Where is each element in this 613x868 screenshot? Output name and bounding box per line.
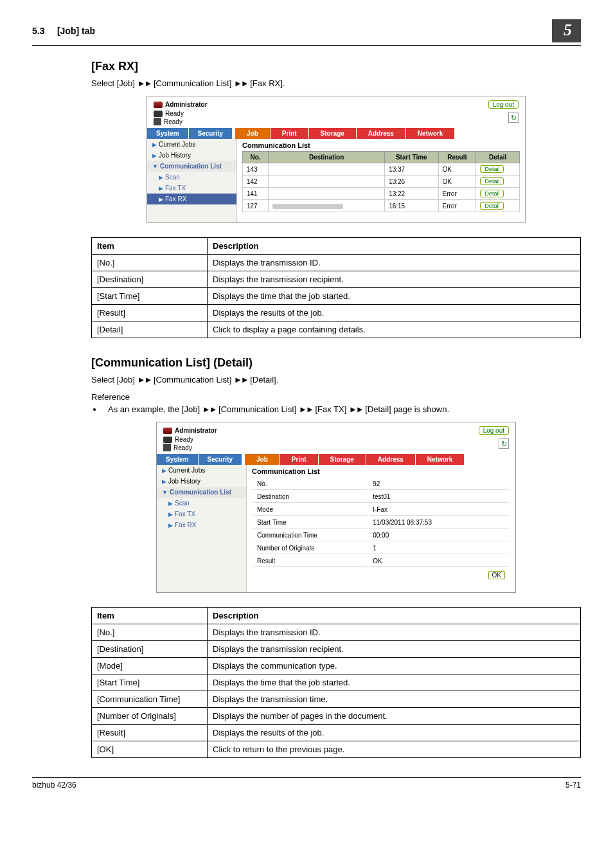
page-number: 5-71 [565, 781, 581, 790]
col-no: No. [243, 152, 269, 163]
table-row: [Result]Displays the results of the job. [92, 725, 581, 741]
col-destination: Destination [269, 152, 385, 163]
redacted-text [272, 204, 343, 209]
nav-system-2[interactable]: System [157, 454, 199, 465]
cell-desc: Displays the results of the job. [208, 725, 581, 741]
detail-button[interactable]: Detail [480, 177, 504, 185]
cell-desc: Displays the results of the job. [208, 305, 581, 321]
ready-status-1: Ready [165, 110, 184, 117]
screenshot-fax-rx: Administrator Log out Ready Ready ↻ Syst… [147, 96, 526, 223]
cell-no: 142 [243, 176, 269, 188]
cell-destination [269, 163, 385, 176]
detail-label: Communication Time [253, 530, 368, 541]
table-row: [OK]Click to return to the previous page… [92, 741, 581, 758]
sidebar-fax-rx[interactable]: ▶Fax RX [147, 194, 236, 204]
desc2-head-item: Item [92, 608, 208, 624]
cell-start-time: 13:22 [385, 188, 438, 200]
detail-button[interactable]: Detail [480, 202, 504, 210]
detail-label: Number of Originals [253, 543, 368, 554]
cell-item: [Detail] [92, 321, 208, 338]
section-number: 5.3 [32, 26, 44, 36]
nav-security-2[interactable]: Security [199, 454, 242, 465]
sidebar-communication-list-2[interactable]: ▼Communication List [157, 487, 246, 498]
table-row: 14113:22ErrorDetail [243, 188, 520, 200]
tab-address[interactable]: Address [356, 128, 405, 139]
table-row: [Destination]Displays the transmission r… [92, 641, 581, 658]
cell-destination [269, 188, 385, 200]
page-header: 5.3 [Job] tab 5 [32, 19, 581, 46]
printer-icon [154, 111, 163, 117]
ready-status-4: Ready [173, 444, 192, 451]
sidebar-fax-tx[interactable]: ▶Fax TX [147, 183, 236, 194]
product-name: bizhub 42/36 [32, 781, 76, 790]
refresh-icon[interactable]: ↻ [508, 113, 519, 123]
tab-network-2[interactable]: Network [415, 454, 464, 465]
table-row: ResultOK [253, 556, 509, 567]
table-row: [Mode]Displays the communication type. [92, 658, 581, 674]
sidebar-scan-2[interactable]: ▶Scan [157, 498, 246, 509]
refresh-icon-2[interactable]: ↻ [499, 439, 509, 449]
logout-button[interactable]: Log out [488, 100, 519, 109]
table-row: Number of Originals1 [253, 543, 509, 554]
cell-destination [269, 200, 385, 212]
fax-rx-intro: Select [Job] ►► [Communication List] ►► … [91, 78, 581, 88]
cell-no: 141 [243, 188, 269, 200]
nav-security[interactable]: Security [189, 128, 233, 139]
desc-table-1: Item Description [No.]Displays the trans… [91, 237, 581, 338]
table-row: 14213:26OKDetail [243, 176, 520, 188]
cell-result: Error [438, 200, 476, 212]
detail-button[interactable]: Detail [480, 165, 504, 173]
sidebar-fax-tx-2[interactable]: ▶Fax TX [157, 509, 246, 520]
table-row: ModeI-Fax [253, 504, 509, 516]
detail-value: 11/03/2011 08:37:53 [369, 517, 509, 529]
cell-desc: Displays the transmission recipient. [208, 641, 581, 658]
sidebar-current-jobs[interactable]: ▶Current Jobs [147, 139, 236, 150]
logout-button-2[interactable]: Log out [479, 426, 509, 435]
nav-system[interactable]: System [147, 128, 189, 139]
table-row: [No.]Displays the transmission ID. [92, 624, 581, 641]
detail-value: 1 [369, 543, 509, 554]
detail-label: Result [253, 556, 368, 567]
tab-address-2[interactable]: Address [366, 454, 415, 465]
desc-table-2: Item Description [No.]Displays the trans… [91, 607, 581, 758]
cell-item: [Start Time] [92, 288, 208, 305]
cell-no: 143 [243, 163, 269, 176]
tab-storage[interactable]: Storage [308, 128, 356, 139]
sidebar-current-jobs-2[interactable]: ▶Current Jobs [157, 465, 246, 476]
detail-value: I-Fax [369, 504, 509, 516]
table-row: No.92 [253, 478, 509, 490]
sidebar-scan[interactable]: ▶Scan [147, 172, 236, 183]
desc2-head-desc: Description [208, 608, 581, 624]
table-row: [No.]Displays the transmission ID. [92, 255, 581, 271]
tab-print[interactable]: Print [270, 128, 308, 139]
table-row: Start Time11/03/2011 08:37:53 [253, 517, 509, 529]
tab-storage-2[interactable]: Storage [318, 454, 366, 465]
detail-value: 92 [369, 478, 509, 490]
cell-item: [Number of Originals] [92, 708, 208, 725]
cell-item: [Destination] [92, 271, 208, 288]
sidebar-job-history-2[interactable]: ▶Job History [157, 476, 246, 487]
table-row: [Number of Originals]Displays the number… [92, 708, 581, 725]
detail-value: 00:00 [369, 530, 509, 541]
cell-start-time: 13:26 [385, 176, 438, 188]
sidebar-fax-rx-2[interactable]: ▶Fax RX [157, 520, 246, 530]
cell-desc: Displays the transmission ID. [208, 255, 581, 271]
sidebar-communication-list[interactable]: ▼Communication List [147, 161, 236, 172]
cell-result: OK [438, 176, 476, 188]
ok-button[interactable]: OK [488, 571, 505, 579]
tab-print-2[interactable]: Print [280, 454, 318, 465]
cell-result: Error [438, 188, 476, 200]
detail-label: Destination [253, 491, 368, 503]
sidebar-job-history[interactable]: ▶Job History [147, 150, 236, 161]
cell-start-time: 13:37 [385, 163, 438, 176]
tab-job[interactable]: Job [235, 128, 270, 139]
comm-list-table: No. Destination Start Time Result Detail… [242, 151, 520, 212]
tab-network[interactable]: Network [405, 128, 454, 139]
tab-job-2[interactable]: Job [245, 454, 280, 465]
cell-item: [No.] [92, 255, 208, 271]
detail-button[interactable]: Detail [480, 190, 504, 197]
cell-start-time: 16:15 [385, 200, 438, 212]
cell-item: [No.] [92, 624, 208, 641]
cell-desc: Displays the number of pages in the docu… [208, 708, 581, 725]
table-row: Destinationtest01 [253, 491, 509, 503]
